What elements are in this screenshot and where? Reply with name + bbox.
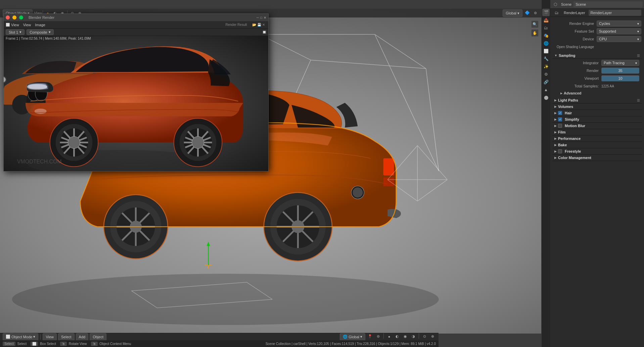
render-samples-input[interactable]: 35 (601, 68, 639, 74)
zoom-tool[interactable]: 🔍 (531, 21, 539, 28)
right-panel: ⬡ Scene Scene 🗂 RenderLayer RenderLayer … (550, 0, 644, 347)
feature-set-dropdown[interactable]: Supported (597, 28, 641, 34)
color-management-arrow: ▶ (554, 156, 557, 159)
render-win-max-btn[interactable] (19, 15, 23, 20)
prop-tab-render[interactable]: 🎬 (542, 9, 550, 16)
view-menu-btn[interactable]: View (43, 333, 57, 341)
sampling-section-toggle[interactable]: ▼ Sampling ☰ (552, 52, 642, 59)
render-result-label: Render Result (226, 23, 247, 27)
global-dropdown[interactable]: Global ▾ (503, 9, 522, 17)
prop-tab-object[interactable]: ⬜ (542, 47, 550, 55)
freestyle-checkbox[interactable] (558, 149, 562, 153)
composite-dropdown[interactable]: Composite ▾ (27, 29, 54, 35)
shade-btn-1[interactable]: ● (386, 333, 393, 340)
performance-toggle[interactable]: ▶ Performance (552, 136, 642, 142)
integrator-dropdown[interactable]: Path Tracing (601, 60, 639, 66)
hair-checkbox[interactable]: ✓ (558, 111, 562, 115)
hair-toggle[interactable]: ▶ ✓ Hair (552, 110, 642, 116)
shade-btn-3[interactable]: ◉ (402, 333, 409, 340)
simplify-toggle[interactable]: ▶ ✓ Simplify (552, 116, 642, 123)
render-view-menu[interactable]: View (11, 23, 19, 27)
add-menu-btn[interactable]: Add (76, 333, 89, 341)
render-window-titlebar: Blender Render ─ □ ✕ (4, 14, 268, 21)
volumes-toggle[interactable]: ▶ Volumes (552, 104, 642, 110)
render-win-min-btn[interactable] (12, 15, 16, 20)
shade-btn-4[interactable]: ◑ (410, 333, 417, 340)
render-image-svg: VMODTECH.COM (4, 36, 268, 171)
render-properties-content: Render Engine Cycles Feature Set Support… (550, 17, 644, 347)
motion-blur-checkbox[interactable] (558, 124, 562, 128)
advanced-toggle[interactable]: ▶ Advanced (558, 90, 639, 96)
prop-tab-modifier[interactable]: 🔧 (542, 55, 550, 63)
render-engine-label: Render Engine (553, 22, 597, 26)
rpanel-renderlayer-icon[interactable]: 🗂 (553, 9, 560, 16)
svg-point-84 (192, 137, 204, 149)
snap-toggle[interactable]: 🔷 (524, 9, 531, 16)
svg-point-29 (353, 187, 363, 198)
proportional-edit[interactable]: ⊚ (532, 9, 539, 16)
viewport-side-tools: 🔍 ✋ (531, 21, 539, 37)
viewport-samples-input[interactable]: 10 (601, 75, 639, 81)
gizmo-btn[interactable]: ⊕ (429, 333, 436, 340)
slot-dropdown[interactable]: Slot 1 ▾ (6, 29, 25, 35)
prop-tab-data[interactable]: ▲ (542, 86, 550, 93)
render-view2-menu[interactable]: View (23, 23, 31, 27)
shade-btn-2[interactable]: ◐ (394, 333, 401, 340)
prop-tab-physics[interactable]: ⚙ (542, 71, 550, 78)
prop-tab-particles[interactable]: ✨ (542, 63, 550, 70)
render-window: Blender Render ─ □ ✕ ⬜ View View Image R… (3, 13, 269, 171)
total-samples-value: 1225 AA (601, 84, 614, 88)
bake-toggle[interactable]: ▶ Bake (552, 142, 642, 148)
overlay-btn[interactable]: ⊙ (421, 333, 428, 340)
advanced-arrow: ▶ (560, 92, 562, 95)
sampling-options[interactable]: ☰ (637, 54, 640, 57)
render-layer-label: RenderLayer (564, 11, 585, 15)
color-management-label: Color Management (558, 156, 591, 160)
freestyle-toggle[interactable]: ▶ Freestyle (552, 148, 642, 155)
prop-tab-constraints[interactable]: 🔗 (542, 78, 550, 86)
render-samples-row: Render 35 (558, 67, 639, 74)
simplify-checkbox[interactable]: ✓ (558, 117, 562, 121)
object-menu-btn[interactable]: Object (90, 333, 106, 341)
render-win-maximize-icon[interactable]: □ (260, 16, 262, 20)
freestyle-label: Freestyle (565, 149, 581, 153)
object-mode-select[interactable]: ⬜ Object Mode (3, 333, 38, 341)
render-win-x-icon[interactable]: ✕ (264, 16, 266, 20)
light-paths-opts[interactable]: ☰ (637, 99, 640, 102)
rotate-hint: 🖱 Rotate View (60, 342, 87, 346)
prop-tab-scene[interactable]: 🎭 (542, 32, 550, 39)
total-samples-label: Total Samples: (558, 84, 601, 88)
render-win-close-btn[interactable] (6, 15, 10, 20)
light-paths-toggle[interactable]: ▶ Light Paths ☰ (552, 97, 642, 104)
move-tool[interactable]: ✋ (531, 29, 539, 37)
device-row: Device CPU (553, 36, 641, 42)
rpanel-browse-icon[interactable]: ⬡ (552, 1, 559, 8)
viewport-status-bar: Select Select ⬜ Box Select 🖱 Rotate View… (0, 340, 439, 347)
box-select-hint: ⬜ Box Select (31, 342, 56, 346)
prop-tab-output[interactable]: 📤 (542, 16, 550, 24)
render-win-minimize-icon[interactable]: ─ (257, 16, 259, 20)
motion-blur-arrow: ▶ (554, 124, 557, 127)
select-menu-btn[interactable]: Select (58, 333, 75, 341)
film-label: Film (558, 130, 566, 134)
render-menu-bar: ⬜ View View Image Render Result 📂 💾 ✕ (4, 21, 268, 29)
color-management-toggle[interactable]: ▶ Color Management (552, 155, 642, 161)
render-engine-dropdown[interactable]: Cycles (597, 21, 641, 27)
motion-blur-toggle[interactable]: ▶ Motion Blur (552, 123, 642, 129)
viewport-samples-row: Viewport 10 (558, 75, 639, 82)
rpanel-scene-value: Scene (576, 2, 586, 6)
film-toggle[interactable]: ▶ Film (552, 129, 642, 136)
svg-point-1 (12, 274, 439, 325)
prop-tab-material[interactable]: ⬤ (542, 94, 550, 101)
prop-tab-world[interactable]: 🌐 (542, 40, 550, 47)
render-layer-row: 🗂 RenderLayer RenderLayer (550, 9, 644, 17)
global-space-btn[interactable]: 🌐 Global (340, 333, 365, 341)
device-dropdown[interactable]: CPU (597, 36, 641, 42)
prop-tab-view-layer[interactable]: 🗂 (542, 24, 550, 32)
light-paths-label: Light Paths (558, 98, 578, 102)
render-slot-bar: Slot 1 ▾ Composite ▾ 🔲 (4, 29, 268, 36)
render-image-menu[interactable]: Image (35, 23, 45, 27)
hair-label: Hair (565, 111, 572, 115)
proportional-btn[interactable]: ⊚ (375, 333, 381, 340)
snap-btn[interactable]: 📍 (367, 333, 373, 340)
